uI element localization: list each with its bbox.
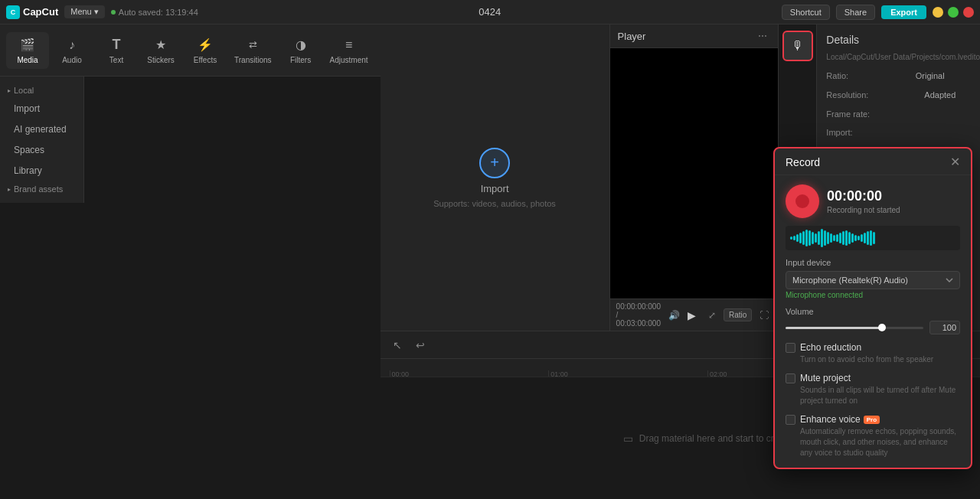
rec-inner-circle — [795, 194, 809, 208]
import-button[interactable]: + — [479, 148, 510, 178]
brand-assets-header[interactable]: ▸ Brand assets — [0, 181, 83, 197]
enhance-voice-content: Enhance voice Pro Automatically remove e… — [800, 414, 960, 458]
mute-project-content: Mute project Sounds in all clips will be… — [800, 373, 960, 406]
dialog-close-button[interactable]: ✕ — [950, 156, 960, 168]
tool-media[interactable]: 🎬 Media — [6, 32, 49, 69]
tool-adjustment[interactable]: ≡ Adjustment — [324, 32, 374, 69]
echo-reduction-row: Echo reduction Turn on to avoid echo fro… — [786, 342, 960, 365]
shortcut-button[interactable]: Shortcut — [782, 5, 830, 20]
player-panel: Player ⋯ 00:00:00:000 / 00:03:00:000 🔊 ▶… — [610, 24, 779, 331]
waveform-segment — [799, 233, 802, 243]
local-arrow: ▸ — [8, 87, 11, 94]
transitions-icon: ⇄ — [244, 37, 261, 54]
import-player-area: + Import Supports: videos, audios, photo… — [381, 24, 817, 331]
autosave-indicator: Auto saved: 13:19:44 — [111, 8, 198, 17]
import-label2: Import: — [826, 128, 852, 137]
tool-filters[interactable]: ◑ Filters — [279, 32, 322, 69]
waveform-segment — [824, 230, 826, 246]
close-button[interactable] — [963, 7, 974, 18]
export-button[interactable]: Export — [881, 5, 926, 19]
waveform-segment — [821, 229, 823, 247]
waveform-segment — [851, 233, 854, 243]
input-device-section: Input device Microphone (Realtek(R) Audi… — [786, 258, 960, 299]
player-title: Player — [618, 31, 646, 42]
ratio-button[interactable]: Ratio — [724, 308, 752, 321]
tool-stickers[interactable]: ★ Stickers — [139, 32, 182, 69]
ruler-mark-0: 00:00 — [390, 370, 549, 377]
import-area: + Import Supports: videos, audios, photo… — [381, 24, 610, 331]
player-play-button[interactable]: ▶ — [688, 309, 696, 321]
import-support-text: Supports: videos, audios, photos — [433, 199, 556, 208]
toolbar: 🎬 Media ♪ Audio T Text ★ Stickers ⚡ E — [0, 24, 381, 77]
mute-project-row: Mute project Sounds in all clips will be… — [786, 373, 960, 406]
record-status-text: Recording not started — [827, 206, 900, 214]
logo-text: CapCut — [23, 6, 58, 18]
autosave-dot — [111, 10, 116, 15]
waveform-segment — [802, 231, 805, 245]
tool-audio-label: Audio — [62, 56, 82, 64]
player-video — [610, 48, 779, 298]
details-path: Local/CapCut/User Data/Projects/com.lved… — [826, 52, 980, 63]
tool-effects[interactable]: ⚡ Effects — [184, 32, 227, 69]
input-device-select[interactable]: Microphone (Realtek(R) Audio) Default Mi… — [786, 271, 960, 289]
waveform-segment — [796, 234, 799, 242]
toolbar-and-panel: 🎬 Media ♪ Audio T Text ★ Stickers ⚡ E — [0, 24, 381, 499]
enhance-voice-checkbox[interactable] — [786, 415, 795, 425]
local-section-header[interactable]: ▸ Local — [0, 83, 83, 98]
waveform-segment — [790, 236, 792, 240]
menu-button[interactable]: Menu ▾ — [64, 5, 105, 18]
mute-project-checkbox[interactable] — [786, 373, 795, 383]
window-controls — [933, 7, 974, 18]
tool-effects-label: Effects — [194, 56, 217, 64]
library-item[interactable]: Library — [3, 161, 80, 181]
waveform-segment — [861, 234, 863, 242]
player-volume-button[interactable]: 🔊 — [665, 308, 683, 322]
minimize-button[interactable] — [933, 7, 943, 18]
brand-assets-label: Brand assets — [14, 184, 63, 194]
dialog-body: 00:00:00 Recording not started Input dev… — [775, 175, 971, 468]
undo-button[interactable]: ↩ — [413, 338, 428, 353]
import-item[interactable]: Import — [3, 99, 80, 119]
framerate-label: Frame rate: — [826, 109, 870, 119]
mute-project-section: Mute project Sounds in all clips will be… — [786, 373, 960, 406]
maximize-button[interactable] — [948, 7, 959, 18]
dialog-header: Record ✕ — [775, 148, 971, 175]
ratio-row: Ratio: Original ℹ — [826, 69, 980, 82]
tool-transitions[interactable]: ⇄ Transitions — [228, 32, 278, 69]
app-container: C CapCut Menu ▾ Auto saved: 13:19:44 042… — [0, 0, 980, 499]
filters-icon: ◑ — [292, 37, 309, 54]
waveform-segment — [827, 232, 829, 244]
waveform-segment — [815, 233, 817, 243]
volume-slider[interactable] — [786, 327, 923, 329]
brand-arrow: ▸ — [8, 186, 11, 193]
echo-reduction-checkbox[interactable] — [786, 343, 795, 353]
dialog-title: Record — [786, 156, 820, 168]
volume-input[interactable] — [929, 321, 960, 334]
resolution-label: Resolution: — [826, 90, 868, 99]
local-section-label: Local — [14, 86, 34, 95]
share-button[interactable]: Share — [836, 5, 875, 20]
import-label: Import — [481, 183, 509, 194]
record-start-button[interactable] — [786, 184, 819, 218]
waveform-segment — [839, 233, 841, 243]
pro-badge: Pro — [864, 416, 880, 424]
logo: C CapCut — [6, 5, 58, 19]
waveform-segment — [867, 231, 869, 245]
title-bar-right: Shortcut Share Export — [782, 5, 974, 20]
spaces-item[interactable]: Spaces — [3, 140, 80, 160]
player-menu-button[interactable]: ⋯ — [755, 29, 770, 43]
ai-generated-item[interactable]: AI generated — [3, 119, 80, 139]
echo-reduction-section: Echo reduction Turn on to avoid echo fro… — [786, 342, 960, 365]
select-tool-button[interactable]: ↖ — [390, 338, 405, 353]
player-controls: 00:00:00:000 / 00:03:00:000 🔊 ▶ ⤢ Ratio … — [610, 298, 779, 331]
record-mic-button[interactable]: 🎙 — [782, 31, 813, 61]
waveform-segment — [805, 230, 808, 246]
waveform-segment — [858, 236, 860, 240]
player-zoom-button[interactable]: ⤢ — [705, 308, 719, 322]
enhance-voice-label: Enhance voice Pro — [800, 414, 960, 425]
tool-text[interactable]: T Text — [95, 32, 138, 69]
tool-audio[interactable]: ♪ Audio — [51, 32, 93, 69]
volume-row — [786, 321, 960, 334]
recording-status: 00:00:00 Recording not started — [786, 184, 960, 218]
player-fullscreen-button[interactable]: ⛶ — [756, 308, 772, 322]
